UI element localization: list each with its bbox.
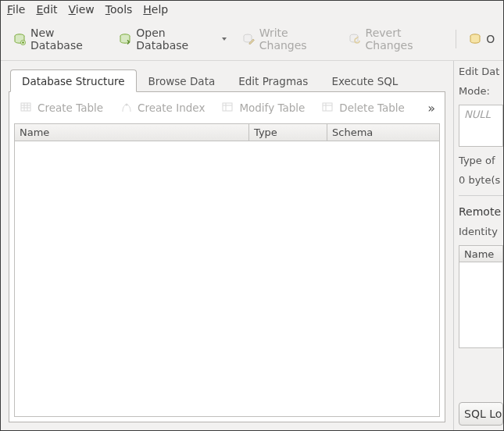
delete-table-button: Delete Table — [317, 98, 409, 117]
structure-toolbar: Create Table Create Index Modify Table D… — [9, 92, 445, 123]
menu-file[interactable]: File — [7, 3, 25, 16]
open-database-icon — [119, 33, 131, 45]
tab-database-structure[interactable]: Database Structure — [10, 69, 137, 92]
schema-table: Name Type Schema — [14, 123, 440, 417]
svg-rect-8 — [223, 103, 232, 111]
remote-title: Remote — [459, 205, 503, 218]
open-project-label: O — [486, 33, 495, 45]
create-table-button: Create Table — [16, 98, 108, 117]
revert-changes-label: Revert Changes — [366, 27, 441, 52]
cell-type-label: Type of — [459, 155, 503, 166]
tab-browse-data[interactable]: Browse Data — [137, 69, 227, 92]
create-index-button: Create Index — [116, 98, 209, 117]
col-header-type[interactable]: Type — [249, 124, 327, 141]
remote-col-name[interactable]: Name — [459, 245, 503, 262]
menu-help[interactable]: Help — [143, 3, 168, 16]
sql-log-button[interactable]: SQL Lo — [459, 402, 503, 426]
schema-table-body[interactable] — [15, 141, 439, 416]
open-database-dropdown-icon[interactable] — [222, 37, 227, 41]
col-header-name[interactable]: Name — [15, 124, 249, 141]
new-database-label: New Database — [30, 27, 98, 52]
create-index-icon — [120, 102, 133, 114]
menu-tools[interactable]: Tools — [105, 3, 133, 16]
modify-table-icon — [222, 102, 234, 114]
open-database-label: Open Database — [136, 27, 209, 52]
write-changes-button: Write Changes — [238, 23, 333, 55]
svg-rect-6 — [21, 103, 30, 111]
menubar: File Edit View Tools Help — [1, 1, 503, 18]
tab-execute-sql[interactable]: Execute SQL — [320, 69, 409, 92]
remote-list-body[interactable] — [459, 262, 503, 348]
cell-value-editor[interactable]: NULL — [459, 105, 503, 147]
revert-changes-icon — [349, 33, 361, 45]
tabstrip: Database Structure Browse Data Edit Prag… — [9, 69, 445, 92]
identity-label: Identity — [459, 226, 503, 237]
write-changes-icon — [242, 33, 255, 45]
revert-changes-button: Revert Changes — [344, 23, 445, 55]
new-database-icon — [13, 33, 26, 45]
modify-table-button: Modify Table — [217, 98, 309, 117]
open-database-button[interactable]: Open Database — [114, 23, 213, 55]
menu-edit[interactable]: Edit — [36, 3, 57, 16]
main-panel: Database Structure Browse Data Edit Prag… — [1, 61, 454, 430]
structure-toolbar-overflow[interactable]: » — [424, 101, 438, 116]
delete-table-icon — [322, 102, 334, 114]
col-header-schema[interactable]: Schema — [327, 124, 439, 141]
open-project-button[interactable]: O — [464, 30, 495, 48]
open-project-icon — [469, 33, 481, 45]
cell-size-label: 0 byte(s — [459, 174, 503, 186]
mode-label: Mode: — [459, 85, 503, 97]
side-panel: Edit Dat Mode: NULL Type of 0 byte(s Rem… — [454, 61, 503, 430]
schema-table-header: Name Type Schema — [15, 124, 439, 141]
create-table-icon — [20, 102, 33, 114]
tab-edit-pragmas[interactable]: Edit Pragmas — [227, 69, 320, 92]
svg-rect-9 — [323, 103, 332, 111]
null-placeholder: NULL — [464, 109, 491, 120]
new-database-button[interactable]: New Database — [9, 23, 103, 55]
svg-point-7 — [126, 104, 128, 106]
toolbar-right-group: O — [456, 30, 495, 48]
edit-cell-title: Edit Dat — [459, 66, 503, 77]
menu-view[interactable]: View — [69, 3, 95, 16]
write-changes-label: Write Changes — [259, 27, 328, 52]
main-toolbar: New Database Open Database Write Changes… — [1, 18, 503, 61]
side-separator — [459, 195, 503, 196]
db-structure-panel: Create Table Create Index Modify Table D… — [9, 92, 445, 422]
